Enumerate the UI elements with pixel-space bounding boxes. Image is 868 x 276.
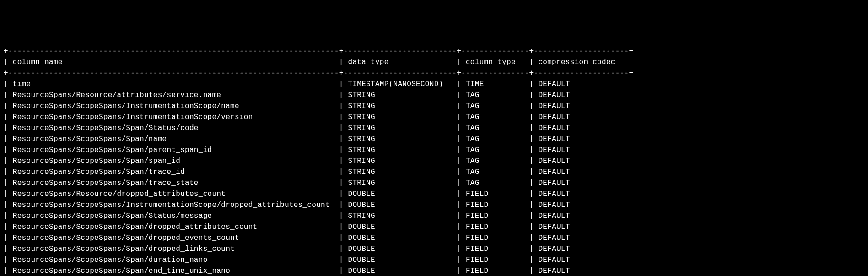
table-row: | time | TIMESTAMP(NANOSECOND) | TIME | … xyxy=(4,79,864,90)
table-row: | ResourceSpans/ScopeSpans/Span/trace_id… xyxy=(4,167,864,178)
table-row: | ResourceSpans/Resource/attributes/serv… xyxy=(4,90,864,101)
table-header-row: | column_name | data_type | column_type … xyxy=(4,57,864,68)
table-row: | ResourceSpans/ScopeSpans/Span/span_id … xyxy=(4,156,864,167)
table-row: | ResourceSpans/ScopeSpans/Span/dropped_… xyxy=(4,233,864,244)
table-row: | ResourceSpans/ScopeSpans/Span/end_time… xyxy=(4,265,864,276)
table-row: | ResourceSpans/ScopeSpans/Span/name | S… xyxy=(4,134,864,145)
table-row: | ResourceSpans/Resource/dropped_attribu… xyxy=(4,189,864,200)
table-border: +---------------------------------------… xyxy=(4,68,864,79)
table-row: | ResourceSpans/ScopeSpans/Span/trace_st… xyxy=(4,178,864,189)
table-row: | ResourceSpans/ScopeSpans/Instrumentati… xyxy=(4,101,864,112)
table-row: | ResourceSpans/ScopeSpans/Span/Status/m… xyxy=(4,211,864,222)
table-row: | ResourceSpans/ScopeSpans/Span/duration… xyxy=(4,254,864,265)
terminal-output: +---------------------------------------… xyxy=(4,46,864,276)
table-row: | ResourceSpans/ScopeSpans/Span/dropped_… xyxy=(4,244,864,254)
table-row: | ResourceSpans/ScopeSpans/Span/Status/c… xyxy=(4,123,864,134)
table-border: +---------------------------------------… xyxy=(4,46,864,57)
table-row: | ResourceSpans/ScopeSpans/Span/dropped_… xyxy=(4,222,864,233)
table-row: | ResourceSpans/ScopeSpans/Span/parent_s… xyxy=(4,145,864,156)
table-row: | ResourceSpans/ScopeSpans/Instrumentati… xyxy=(4,112,864,123)
table-row: | ResourceSpans/ScopeSpans/Instrumentati… xyxy=(4,200,864,211)
